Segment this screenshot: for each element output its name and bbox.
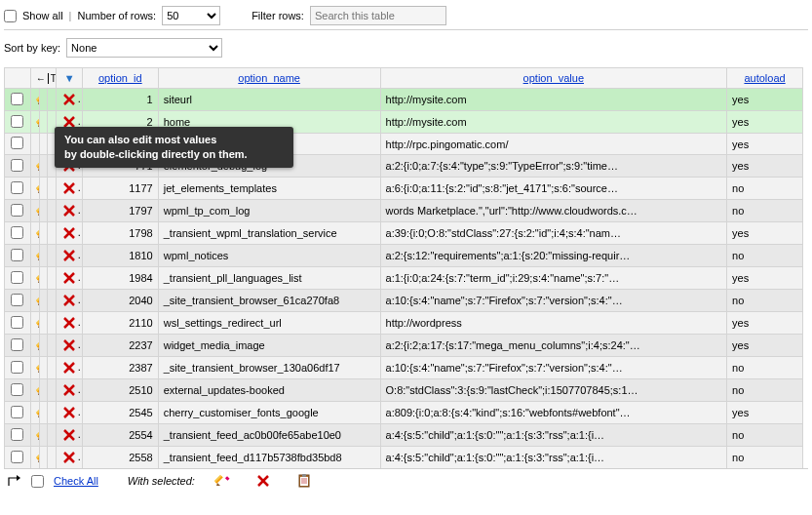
- edit-icon[interactable]: [36, 382, 39, 398]
- row-checkbox[interactable]: [11, 93, 23, 105]
- row-checkbox[interactable]: [11, 316, 23, 329]
- cell-autoload[interactable]: yes: [727, 155, 803, 178]
- edit-icon[interactable]: [36, 293, 39, 308]
- edit-icon[interactable]: [36, 248, 39, 263]
- cell-option-value[interactable]: a:39:{i:0;O:8:"stdClass":27:{s:2:"id";i:…: [380, 222, 727, 245]
- delete-icon[interactable]: [61, 225, 77, 241]
- cell-autoload[interactable]: no: [727, 379, 803, 402]
- cell-option-id[interactable]: 2237: [82, 335, 158, 357]
- cell-option-id[interactable]: 2545: [82, 402, 158, 424]
- inline-edit-icon[interactable]: [45, 158, 48, 174]
- inline-edit-icon[interactable]: [45, 337, 48, 353]
- delete-icon[interactable]: [61, 450, 77, 465]
- column-anchor-icon[interactable]: T: [48, 73, 57, 84]
- row-checkbox[interactable]: [11, 361, 23, 374]
- cell-option-name[interactable]: _transient_wpml_translation_service: [158, 222, 380, 245]
- cell-option-id[interactable]: 2558: [82, 447, 158, 469]
- bulk-export-icon[interactable]: [296, 473, 312, 489]
- cell-option-name[interactable]: _site_transient_browser_61ca270fa8: [158, 290, 380, 312]
- cell-option-id[interactable]: 1798: [82, 222, 158, 245]
- inline-edit-icon[interactable]: [45, 360, 48, 376]
- inline-edit-icon[interactable]: [45, 248, 48, 263]
- table-row[interactable]: 1810wpml_noticesa:2:{s:12:"requirements"…: [5, 245, 803, 267]
- bulk-edit-icon[interactable]: [214, 473, 230, 489]
- cell-option-value[interactable]: a:10:{s:4:"name";s:7:"Firefox";s:7:"vers…: [380, 357, 727, 379]
- edit-icon[interactable]: [36, 180, 39, 196]
- cell-autoload[interactable]: no: [727, 290, 803, 312]
- check-all-label[interactable]: Check All: [54, 475, 98, 487]
- cell-option-name[interactable]: _transient_feed_d117b5738fbd35bd8: [158, 447, 380, 469]
- inline-edit-icon[interactable]: [45, 92, 48, 107]
- cell-autoload[interactable]: yes: [727, 335, 803, 357]
- inline-edit-icon[interactable]: [45, 114, 48, 130]
- cell-option-name[interactable]: _transient_pll_languages_list: [158, 267, 380, 290]
- delete-icon[interactable]: [61, 382, 77, 398]
- cell-autoload[interactable]: no: [727, 200, 803, 222]
- row-checkbox[interactable]: [11, 249, 23, 261]
- inline-edit-icon[interactable]: [45, 427, 48, 443]
- cell-option-value[interactable]: a:2:{i:2;a:17:{s:17:"mega_menu_columns";…: [380, 335, 727, 357]
- cell-option-name[interactable]: cherry_customiser_fonts_google: [158, 402, 380, 424]
- row-checkbox[interactable]: [11, 181, 23, 194]
- edit-icon[interactable]: [36, 315, 39, 331]
- row-checkbox[interactable]: [11, 451, 23, 463]
- edit-icon[interactable]: [36, 158, 39, 174]
- inline-edit-icon[interactable]: [45, 293, 48, 308]
- cell-autoload[interactable]: yes: [727, 111, 803, 134]
- cell-option-id[interactable]: 1810: [82, 245, 158, 267]
- row-checkbox[interactable]: [11, 271, 23, 284]
- delete-icon[interactable]: [61, 248, 77, 263]
- delete-icon[interactable]: [61, 180, 77, 196]
- cell-option-value[interactable]: a:2:{i:0;a:7:{s:4:"type";s:9:"TypeError"…: [380, 155, 727, 178]
- table-row[interactable]: 2545cherry_customiser_fonts_googlea:809:…: [5, 402, 803, 424]
- cell-autoload[interactable]: no: [727, 245, 803, 267]
- cell-option-name[interactable]: jet_elements_templates: [158, 178, 380, 200]
- table-row[interactable]: 1177jet_elements_templatesa:6:{i:0;a:11:…: [5, 178, 803, 200]
- cell-option-value[interactable]: a:10:{s:4:"name";s:7:"Firefox";s:7:"vers…: [380, 290, 727, 312]
- edit-icon[interactable]: [36, 203, 39, 218]
- row-checkbox[interactable]: [11, 115, 23, 128]
- cell-option-value[interactable]: O:8:"stdClass":3:{s:9:"lastCheck";i:1507…: [380, 379, 727, 402]
- table-row[interactable]: 1797wpml_tp_com_logwords Marketplace.","…: [5, 200, 803, 222]
- cell-autoload[interactable]: yes: [727, 134, 803, 155]
- inline-edit-icon[interactable]: [45, 203, 48, 218]
- edit-icon[interactable]: [36, 405, 39, 420]
- cell-option-value[interactable]: http://mysite.com: [380, 89, 727, 111]
- inline-edit-icon[interactable]: [45, 382, 48, 398]
- edit-icon[interactable]: [36, 427, 39, 443]
- edit-icon[interactable]: [36, 337, 39, 353]
- delete-icon[interactable]: [61, 203, 77, 218]
- delete-icon[interactable]: [61, 92, 77, 107]
- cell-option-id[interactable]: 1797: [82, 200, 158, 222]
- table-row[interactable]: 2558_transient_feed_d117b5738fbd35bd8a:4…: [5, 447, 803, 469]
- cell-option-id[interactable]: 1177: [82, 178, 158, 200]
- cell-autoload[interactable]: no: [727, 424, 803, 447]
- delete-icon[interactable]: [61, 360, 77, 376]
- row-checkbox[interactable]: [11, 383, 23, 396]
- cell-option-id[interactable]: 1: [82, 89, 158, 111]
- cell-option-value[interactable]: http://rpc.pingomatic.com/: [380, 134, 727, 155]
- cell-autoload[interactable]: yes: [727, 222, 803, 245]
- header-autoload[interactable]: autoload: [727, 68, 803, 89]
- table-row[interactable]: 1798_transient_wpml_translation_servicea…: [5, 222, 803, 245]
- show-all-checkbox[interactable]: [4, 10, 17, 22]
- row-checkbox[interactable]: [11, 159, 23, 172]
- delete-icon[interactable]: [61, 293, 77, 308]
- cell-autoload[interactable]: no: [727, 447, 803, 469]
- inline-edit-icon[interactable]: [45, 225, 48, 241]
- row-checkbox[interactable]: [11, 406, 23, 418]
- cell-option-name[interactable]: siteurl: [158, 89, 380, 111]
- header-option-id[interactable]: option_id: [82, 68, 158, 89]
- delete-icon[interactable]: [61, 405, 77, 420]
- cell-option-value[interactable]: http://mysite.com: [380, 111, 727, 134]
- table-row[interactable]: 2554_transient_feed_ac0b00fe65abe10e0a:4…: [5, 424, 803, 447]
- cell-option-value[interactable]: http://wordpress: [380, 312, 727, 335]
- cell-option-name[interactable]: wpml_tp_com_log: [158, 200, 380, 222]
- cell-option-id[interactable]: 2554: [82, 424, 158, 447]
- cell-option-id[interactable]: 2510: [82, 379, 158, 402]
- cell-option-value[interactable]: a:809:{i:0;a:8:{s:4:"kind";s:16:"webfont…: [380, 402, 727, 424]
- cell-option-value[interactable]: a:2:{s:12:"requirements";a:1:{s:20:"miss…: [380, 245, 727, 267]
- table-row[interactable]: 2237widget_media_imagea:2:{i:2;a:17:{s:1…: [5, 335, 803, 357]
- cell-option-id[interactable]: 2110: [82, 312, 158, 335]
- cell-option-name[interactable]: _site_transient_browser_130a06df17: [158, 357, 380, 379]
